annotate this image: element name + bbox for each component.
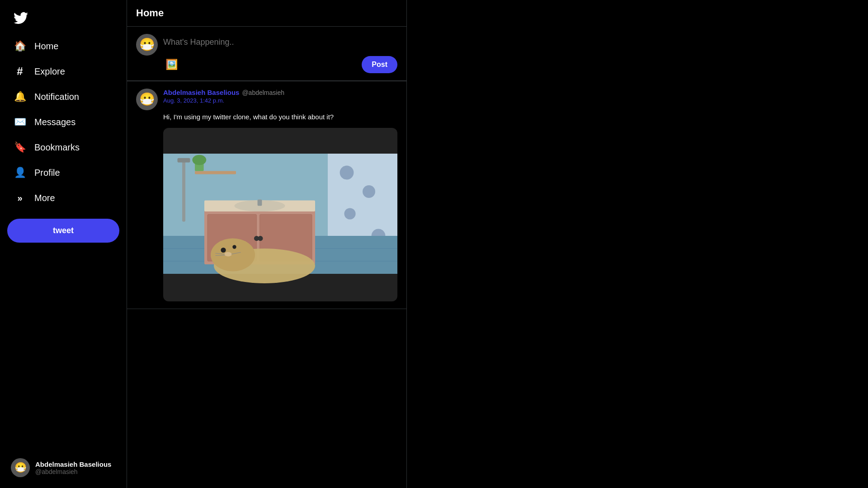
tweet-author-row: Abdelmasieh Baselious @abdelmasieh: [163, 89, 284, 96]
tweet-image-svg: [163, 128, 397, 300]
page-header: Home: [127, 0, 406, 27]
tweet-composer: 😷 🖼️ Post: [127, 27, 406, 81]
svg-rect-14: [178, 158, 190, 162]
svg-point-24: [211, 238, 255, 271]
svg-line-29: [216, 255, 225, 255]
svg-point-26: [232, 245, 236, 249]
sidebar-item-bookmarks[interactable]: 🔖 Bookmarks: [7, 136, 119, 159]
composer-actions: 🖼️ Post: [163, 56, 397, 73]
svg-rect-13: [182, 158, 185, 221]
sidebar-item-label-home: Home: [34, 41, 58, 52]
tweet-meta: Abdelmasieh Baselious @abdelmasieh Aug. …: [163, 89, 284, 110]
tweet-timestamp: Aug. 3, 2023, 1:42 p.m.: [163, 97, 284, 104]
tweet-avatar-emoji: 😷: [139, 93, 155, 106]
profile-icon: 👤: [14, 166, 26, 179]
tweet-feed: 😷 Abdelmasieh Baselious @abdelmasieh Aug…: [127, 81, 406, 309]
svg-point-27: [224, 252, 232, 256]
page-title: Home: [136, 7, 397, 19]
tweet-author-handle: @abdelmasieh: [242, 89, 284, 96]
svg-point-12: [192, 155, 206, 164]
image-upload-button[interactable]: 🖼️: [163, 56, 179, 73]
twitter-logo[interactable]: [7, 5, 119, 33]
home-icon: 🏠: [14, 40, 26, 52]
sidebar-display-name: Abdelmasieh Baselious: [35, 460, 111, 468]
tweet-body: Hi, I'm using my twitter clone, what do …: [136, 112, 397, 301]
table-row[interactable]: 😷 Abdelmasieh Baselious @abdelmasieh Aug…: [127, 81, 406, 309]
sidebar-user-footer[interactable]: 😷 Abdelmasieh Baselious @abdelmasieh: [7, 453, 119, 483]
notification-icon: 🔔: [14, 90, 26, 103]
sidebar-handle: @abdelmasieh: [35, 468, 111, 475]
more-icon: »: [14, 192, 26, 204]
sidebar-footer-avatar: 😷: [11, 458, 30, 477]
bookmarks-icon: 🔖: [14, 141, 26, 154]
messages-icon: ✉️: [14, 116, 26, 128]
svg-point-22: [258, 236, 263, 241]
sidebar-item-label-bookmarks: Bookmarks: [34, 142, 80, 153]
main-content: Home 😷 🖼️ Post 😷: [127, 0, 407, 488]
tweet-text: Hi, I'm using my twitter clone, what do …: [163, 112, 397, 122]
svg-point-2: [340, 165, 354, 179]
image-icon: 🖼️: [165, 59, 178, 70]
sidebar-item-label-profile: Profile: [34, 168, 60, 178]
sidebar-nav: 🏠 Home # Explore 🔔 Notification ✉️ Messa…: [7, 34, 119, 449]
svg-rect-10: [195, 171, 236, 174]
sidebar-item-label-more: More: [34, 193, 55, 203]
sidebar-item-label-notification: Notification: [34, 92, 79, 102]
composer-right: 🖼️ Post: [163, 34, 397, 73]
svg-point-4: [344, 208, 355, 219]
svg-point-25: [221, 247, 226, 252]
sidebar-item-label-messages: Messages: [34, 117, 75, 127]
sidebar-item-label-explore: Explore: [34, 66, 65, 77]
tweet-image: [163, 128, 397, 301]
tweet-author-name: Abdelmasieh Baselious: [163, 89, 239, 96]
tweet-button[interactable]: tweet: [7, 219, 119, 243]
svg-point-3: [363, 185, 375, 198]
sidebar-item-explore[interactable]: # Explore: [7, 60, 119, 83]
svg-rect-18: [258, 199, 262, 206]
tweet-author-avatar: 😷: [136, 89, 158, 110]
sidebar: 🏠 Home # Explore 🔔 Notification ✉️ Messa…: [0, 0, 127, 488]
sidebar-item-profile[interactable]: 👤 Profile: [7, 161, 119, 184]
compose-input[interactable]: [163, 34, 397, 51]
tweet-header: 😷 Abdelmasieh Baselious @abdelmasieh Aug…: [136, 89, 397, 110]
post-button[interactable]: Post: [362, 56, 397, 73]
composer-avatar: 😷: [136, 34, 158, 56]
sidebar-item-messages[interactable]: ✉️ Messages: [7, 110, 119, 134]
sidebar-user-info: Abdelmasieh Baselious @abdelmasieh: [35, 460, 111, 475]
composer-avatar-emoji: 😷: [139, 38, 155, 51]
explore-icon: #: [14, 65, 26, 78]
footer-avatar-emoji: 😷: [14, 463, 27, 473]
sidebar-item-more[interactable]: » More: [7, 186, 119, 210]
sidebar-item-notification[interactable]: 🔔 Notification: [7, 85, 119, 108]
sidebar-item-home[interactable]: 🏠 Home: [7, 34, 119, 58]
